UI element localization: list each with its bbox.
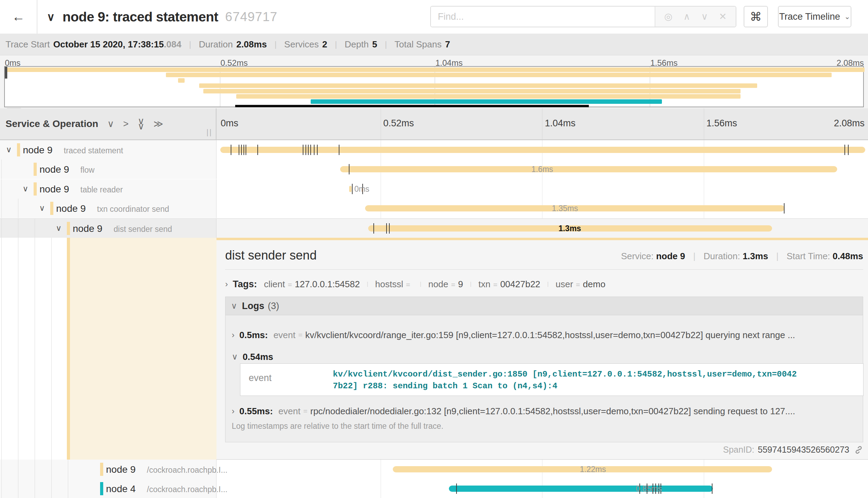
tag-item: client=127.0.0.1:54582 bbox=[264, 279, 360, 290]
span-duration-bar[interactable] bbox=[349, 186, 352, 192]
equals-sign: = bbox=[406, 281, 410, 289]
log-marker-tick bbox=[303, 145, 303, 155]
span-track-cell[interactable]: 0ms bbox=[216, 179, 868, 199]
log-marker-tick bbox=[456, 483, 457, 494]
collapse-one-icon[interactable]: ∨ bbox=[107, 119, 114, 129]
tags-toggle-row[interactable]: › Tags: client=127.0.0.1:54582|hostssl=|… bbox=[225, 277, 863, 292]
span-duration-label: 1.3ms bbox=[558, 224, 581, 233]
span-track-cell[interactable]: 1.22ms bbox=[216, 460, 868, 479]
minimap-span-bar bbox=[166, 73, 831, 77]
column-resize-grip[interactable]: || bbox=[206, 128, 212, 137]
equals-sign: = bbox=[298, 331, 302, 339]
span-row[interactable]: ∨node 9table reader0ms bbox=[0, 179, 868, 199]
service-name: node 9 bbox=[106, 464, 136, 475]
timeline-header-gridline bbox=[704, 108, 704, 139]
log-entry-row[interactable]: ∨0.54ms bbox=[232, 350, 855, 364]
span-track-cell[interactable]: 1.35ms bbox=[216, 199, 868, 218]
trace-view-selector[interactable]: Trace Timeline ⌄ bbox=[778, 6, 851, 27]
chevron-down-icon[interactable]: ∨ bbox=[23, 184, 28, 193]
operation-name: traced statement bbox=[64, 146, 123, 155]
log-marker-tick bbox=[389, 223, 390, 234]
timeline-tick-label: 1.56ms bbox=[707, 118, 737, 129]
span-name-cell[interactable]: ∨node 9dist sender send bbox=[0, 219, 216, 238]
span-row[interactable]: ∨node 9txn coordinator send1.35ms bbox=[0, 199, 868, 218]
log-marker-tick bbox=[305, 145, 306, 155]
log-marker-tick bbox=[239, 145, 239, 155]
log-marker-tick bbox=[310, 145, 311, 155]
collapse-all-icon[interactable]: ∨∨ bbox=[138, 119, 144, 129]
log-marker-tick bbox=[352, 184, 353, 194]
span-color-bar bbox=[17, 143, 20, 156]
clear-find-icon[interactable]: ✕ bbox=[719, 11, 727, 22]
logs-toggle-header[interactable]: ∨ Logs (3) bbox=[225, 297, 863, 315]
service-operation-header: Service & Operation ∨ > ∨∨ ≫ || bbox=[0, 108, 216, 139]
span-track-cell[interactable] bbox=[216, 140, 868, 160]
span-duration-label: 1.22ms bbox=[580, 465, 606, 474]
log-field-value: rpc/nodedialer/nodedialer.go:132 [n9,cli… bbox=[310, 406, 795, 417]
span-name-cell[interactable]: ∨node 9traced statement bbox=[0, 140, 216, 160]
equals-sign: = bbox=[303, 407, 307, 415]
minimap-drag-handle[interactable] bbox=[5, 67, 7, 79]
deep-link-icon[interactable] bbox=[854, 445, 863, 454]
equals-sign: = bbox=[451, 281, 455, 289]
chevron-down-icon[interactable]: ∨ bbox=[39, 203, 45, 213]
next-result-icon[interactable]: ∨ bbox=[701, 11, 708, 22]
keyboard-shortcuts-button[interactable]: ⌘ bbox=[744, 6, 768, 27]
prev-result-icon[interactable]: ∧ bbox=[683, 11, 690, 22]
span-track-cell[interactable]: 1.3ms bbox=[216, 219, 868, 238]
summary-value: October 15 2020, 17:38:15 bbox=[53, 39, 164, 50]
span-duration-bar[interactable] bbox=[449, 486, 713, 492]
expand-all-icon[interactable]: ≫ bbox=[153, 119, 163, 129]
minimap-canvas[interactable] bbox=[4, 66, 864, 107]
span-duration-bar[interactable] bbox=[340, 166, 837, 172]
equals-sign: = bbox=[576, 281, 580, 289]
tree-guide-line bbox=[35, 479, 35, 498]
expand-one-icon[interactable]: > bbox=[123, 119, 129, 129]
span-row[interactable]: node 9flow1.6ms bbox=[0, 160, 868, 179]
span-detail-header[interactable]: dist sender send Service: node 9 | Durat… bbox=[225, 248, 863, 268]
back-button[interactable]: ← bbox=[0, 0, 37, 34]
selected-span-tint bbox=[70, 238, 216, 460]
span-name-cell[interactable]: node 4/cockroach.roachpb.I... bbox=[0, 479, 216, 498]
log-entry-row[interactable]: ›0.5ms:event=kv/kvclient/kvcoord/range_i… bbox=[232, 328, 855, 342]
minimap-scrubber[interactable] bbox=[235, 105, 589, 107]
minimap-span-bar bbox=[311, 99, 662, 104]
span-id-row: SpanID: 5597415943526560273 bbox=[723, 445, 863, 455]
tag-value: 127.0.0.1:54582 bbox=[295, 279, 360, 289]
tag-value: demo bbox=[583, 279, 605, 289]
find-input[interactable] bbox=[431, 7, 655, 27]
span-duration-label: 1.6ms bbox=[531, 165, 553, 174]
span-track-cell[interactable]: 1.6ms bbox=[216, 160, 868, 179]
span-row[interactable]: ∨node 9dist sender send1.3ms bbox=[0, 218, 868, 238]
tag-value: 9 bbox=[458, 279, 463, 289]
selected-span-color-bar bbox=[67, 238, 70, 460]
summary-value: 7 bbox=[445, 39, 450, 50]
span-name-cell[interactable]: ∨node 9table reader bbox=[0, 179, 216, 199]
tree-guide-line bbox=[35, 238, 35, 460]
operation-name: flow bbox=[80, 165, 95, 175]
detail-accent-border bbox=[216, 238, 868, 240]
log-entry-row[interactable]: ›0.55ms:event=rpc/nodedialer/nodedialer.… bbox=[232, 404, 855, 418]
log-marker-tick bbox=[243, 145, 244, 155]
divider bbox=[225, 269, 863, 270]
chevron-down-icon[interactable]: ∨ bbox=[6, 145, 12, 154]
chevron-down-icon[interactable]: ∨ bbox=[56, 224, 62, 233]
log-timestamp: 0.5ms: bbox=[239, 330, 268, 341]
span-row[interactable]: node 9/cockroach.roachpb.I...1.22ms bbox=[0, 460, 868, 479]
service-name: node 9 bbox=[39, 164, 69, 175]
span-name-cell[interactable]: node 9/cockroach.roachpb.I... bbox=[0, 460, 216, 479]
match-case-icon[interactable]: ◎ bbox=[664, 11, 673, 22]
span-rows-bottom: node 9/cockroach.roachpb.I...1.22msnode … bbox=[0, 460, 868, 498]
span-row[interactable]: node 4/cockroach.roachpb.I...0.85ms bbox=[0, 479, 868, 498]
collapse-trace-icon[interactable]: ∨ bbox=[47, 10, 55, 24]
span-track-cell[interactable]: 0.85ms bbox=[216, 479, 868, 498]
span-rows-top: ∨node 9traced statementnode 9flow1.6ms∨n… bbox=[0, 140, 868, 238]
span-duration-label: 1.35ms bbox=[552, 204, 578, 213]
span-row[interactable]: ∨node 9traced statement bbox=[0, 140, 868, 160]
span-name-cell[interactable]: ∨node 9txn coordinator send bbox=[0, 199, 216, 218]
span-name-cell[interactable]: node 9flow bbox=[0, 160, 216, 179]
summary-value: 2 bbox=[322, 39, 327, 50]
duration-label: Duration: bbox=[703, 251, 740, 261]
command-icon: ⌘ bbox=[750, 10, 762, 24]
tree-guide-line bbox=[51, 479, 52, 498]
